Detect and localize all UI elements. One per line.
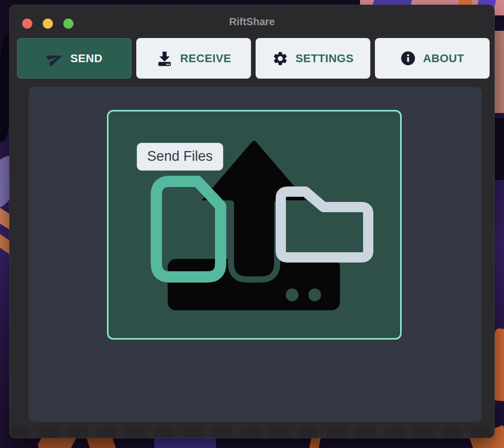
tab-send-label: SEND: [70, 52, 103, 65]
gear-icon: [272, 50, 289, 67]
send-panel: Send Files: [29, 87, 481, 422]
tab-about-label: ABOUT: [423, 52, 464, 65]
tab-bar: SEND RECEIVE SETTINGS: [17, 38, 490, 79]
send-files-dropzone[interactable]: Send Files: [107, 110, 402, 340]
tab-settings-label: SETTINGS: [295, 52, 353, 65]
tab-about[interactable]: ABOUT: [375, 38, 490, 79]
tab-send[interactable]: SEND: [17, 38, 132, 79]
window-title: RiftShare: [10, 5, 494, 38]
tab-settings[interactable]: SETTINGS: [256, 38, 370, 79]
paper-plane-icon: [46, 50, 64, 67]
title-bar: RiftShare: [10, 5, 494, 38]
send-files-label[interactable]: Send Files: [137, 143, 223, 171]
download-tray-icon: [156, 50, 173, 67]
tab-receive[interactable]: RECEIVE: [136, 38, 251, 79]
tab-receive-label: RECEIVE: [180, 52, 231, 65]
info-icon: [400, 50, 416, 66]
riftshare-window: RiftShare SEND RECEIV: [9, 5, 495, 438]
